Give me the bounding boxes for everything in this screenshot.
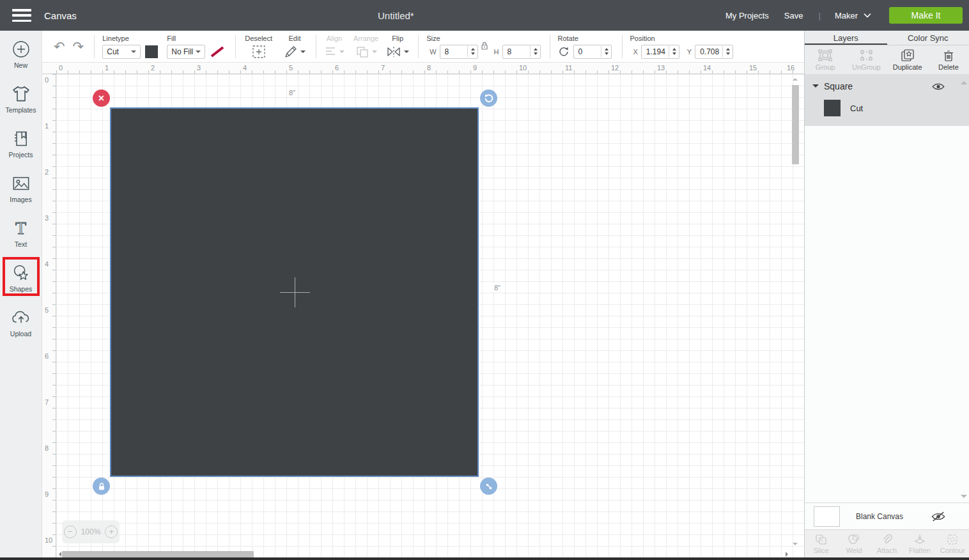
scroll-down-arrow[interactable] [793,543,798,548]
tab-layers[interactable]: Layers [805,31,887,45]
layers-empty-area [805,126,969,502]
text-icon: T [15,217,26,239]
ruler-number: 3 [45,214,49,222]
collapse-icon[interactable] [812,84,819,91]
scroll-right-arrow[interactable] [786,552,791,557]
zoom-level: 100% [81,527,101,536]
ruler-number: 8 [45,444,49,452]
position-x-stepper[interactable] [669,46,676,57]
sidebar-item-new[interactable]: New [0,38,42,73]
rotate-handle[interactable] [480,89,497,107]
edit-group[interactable]: Edit [284,35,306,59]
make-it-button[interactable]: Make It [889,7,963,24]
layer-row-cut[interactable]: Cut [805,95,969,121]
position-y-input[interactable] [695,45,733,59]
visibility-eye-icon[interactable] [932,82,945,91]
ruler-number: 1 [45,122,49,130]
ruler-number: 7 [381,64,385,72]
sidebar-item-templates[interactable]: Templates [0,83,42,118]
layer-tools-bar: Slice Weld Attach Flatten Contour [805,529,969,560]
chevron-down-icon [864,13,871,18]
ruler-number: 3 [197,64,201,72]
vertical-scrollbar[interactable] [791,74,800,549]
horizontal-scroll-thumb[interactable] [62,551,254,558]
vertical-ruler: 012345678910 [42,74,56,560]
rotate-input[interactable] [573,45,612,59]
sidebar-item-upload[interactable]: Upload [0,307,42,341]
undo-icon[interactable]: ↶ [54,40,65,53]
save-link[interactable]: Save [784,11,803,20]
blank-canvas-swatch[interactable] [814,506,840,527]
tab-color-sync[interactable]: Color Sync [887,31,969,45]
layer-color-swatch[interactable] [824,100,841,116]
linetype-select[interactable]: Cut [102,45,141,59]
zoom-out-button[interactable]: − [64,525,77,538]
machine-name: Maker [835,11,858,20]
ruler-number: 2 [151,64,155,72]
position-y-stepper[interactable] [722,46,730,57]
upload-icon [11,307,31,329]
delete-handle[interactable]: × [93,89,110,107]
canvas-grid[interactable]: 8" 8" × [56,74,804,560]
attach-button: Attach [871,530,903,557]
projects-icon [12,128,30,150]
height-input[interactable] [502,45,541,59]
ruler-number: 5 [289,64,293,72]
resize-arrows-icon [484,482,493,491]
machine-selector[interactable]: Maker [835,11,871,20]
sidebar-item-images[interactable]: Images [0,173,42,207]
ruler-number: 5 [45,306,49,314]
height-stepper[interactable] [530,46,538,57]
contour-icon [947,534,958,545]
rotate-stepper[interactable] [601,46,609,57]
square-shape[interactable] [110,107,479,477]
no-fill-icon[interactable] [210,45,225,58]
linetype-color-swatch[interactable] [145,45,158,58]
panel-scroll-up-arrow[interactable] [961,78,967,84]
delete-button[interactable]: Delete [928,45,969,74]
sidebar-item-projects[interactable]: Projects [0,128,42,162]
blank-canvas-row[interactable]: Blank Canvas [805,502,969,529]
vertical-scroll-thumb[interactable] [792,85,799,164]
visibility-eye-off-icon[interactable] [931,511,945,522]
templates-icon [12,83,31,105]
fill-select[interactable]: No Fill [167,45,205,59]
menu-icon[interactable] [12,9,31,22]
deselect-group[interactable]: Deselect [245,35,272,59]
canvas-area[interactable]: 012345678910 012345678910111213141516 8"… [42,63,804,560]
arrange-group: Arrange [353,35,378,59]
lock-ratio-icon[interactable] [479,41,490,51]
layers-panel: Layers Color Sync Group UnGroup Duplicat… [804,31,969,560]
duplicate-button[interactable]: Duplicate [887,45,928,74]
layer-group-row[interactable]: Square [805,77,969,95]
window-bottom-edge [0,557,969,560]
edit-toolbar: ↶ ↷ Linetype Cut Fill No Fill Deselect E… [42,31,804,63]
position-group: Position X Y [630,35,734,59]
zoom-control: − 100% + [62,520,120,543]
panel-scroll-down-arrow[interactable] [961,495,967,501]
ruler-number: 14 [703,64,711,72]
sidebar-item-text[interactable]: T Text [0,217,42,252]
ruler-number: 13 [657,64,665,72]
fill-group: Fill No Fill [167,35,225,59]
scroll-up-arrow[interactable] [793,75,798,81]
my-projects-link[interactable]: My Projects [725,11,769,20]
width-input[interactable] [440,45,478,59]
scroll-left-arrow[interactable] [56,552,61,557]
redo-icon[interactable]: ↷ [73,40,84,53]
rotate-arrow-icon [484,93,494,104]
zoom-in-button[interactable]: + [105,525,118,538]
width-stepper[interactable] [467,46,475,57]
flip-group[interactable]: Flip [386,35,409,59]
rotate-icon[interactable] [558,45,570,59]
contour-button: Contour [936,530,969,557]
sidebar-item-shapes[interactable]: Shapes [0,262,42,297]
document-title: Untitled* [378,10,414,21]
images-icon [12,173,30,194]
flip-icon [386,45,401,59]
ungroup-button: UnGroup [846,45,887,74]
resize-handle[interactable] [480,478,497,495]
lock-handle[interactable] [93,478,110,495]
position-x-input[interactable] [641,45,679,59]
width-dimension-label: 8" [287,88,297,97]
